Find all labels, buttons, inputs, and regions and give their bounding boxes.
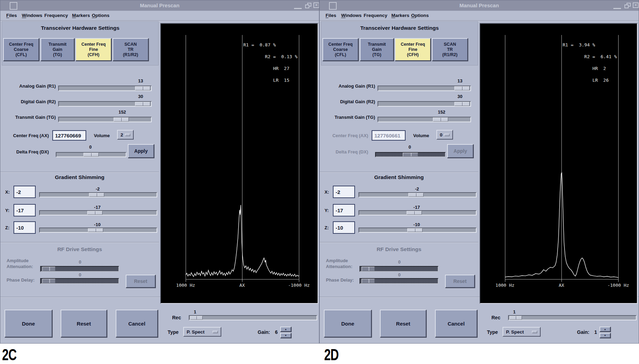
menu-windows[interactable]: Windows	[341, 13, 362, 18]
type-dropdown[interactable]: P. Spect	[183, 327, 221, 337]
center-freq-input[interactable]	[52, 130, 86, 141]
menu-windows[interactable]: Windows	[22, 13, 42, 18]
shim-x-slider[interactable]	[358, 192, 477, 197]
center-freq-coarse-button[interactable]: Center Freq Coarse (CFL)	[3, 38, 39, 61]
center-freq-fine-button[interactable]: Center Freq Fine (CFH)	[395, 38, 431, 61]
shim-z-slider-thumb[interactable]	[407, 228, 423, 232]
transmit-gain-button[interactable]: Transmit Gain (TG)	[41, 38, 74, 61]
btn-line: (R1/R2)	[442, 52, 458, 57]
menu-markers[interactable]: Markers	[391, 13, 409, 18]
cancel-button[interactable]: Cancel	[435, 310, 477, 337]
analog-gain-slider[interactable]	[378, 86, 471, 91]
shim-z-input[interactable]	[333, 221, 355, 234]
delta-freq-label: Delta Freq (DX)	[0, 149, 49, 154]
menu-options[interactable]: Options	[411, 13, 429, 18]
shim-y-slider-thumb[interactable]	[87, 211, 103, 215]
title-bar[interactable]: Manual Prescan ✕	[320, 0, 639, 11]
digital-gain-slider-thumb[interactable]	[135, 102, 150, 106]
transceiver-panel: Transceiver Hardware Settings Center Fre…	[2, 21, 159, 65]
delta-freq-slider-thumb[interactable]	[403, 153, 418, 157]
shim-z-input[interactable]	[14, 221, 36, 234]
volume-dropdown[interactable]: 2	[117, 130, 134, 140]
shim-z-slider[interactable]	[358, 228, 477, 233]
scan-tr-button[interactable]: SCAN TR (R1/R2)	[113, 38, 149, 61]
menu-frequency[interactable]: Frequency	[364, 13, 387, 18]
shim-y-slider-thumb[interactable]	[407, 211, 422, 215]
menu-frequency[interactable]: Frequency	[44, 13, 68, 18]
btn-line: Transmit	[368, 42, 386, 47]
delta-freq-slider[interactable]	[375, 152, 446, 157]
title-bar[interactable]: Manual Prescan ✕	[0, 0, 319, 11]
transmit-gain-label: Transmit Gain (TG)	[0, 115, 56, 120]
shim-z-slider-thumb[interactable]	[88, 228, 103, 232]
rec-slider[interactable]	[508, 315, 637, 320]
shim-y-input[interactable]	[14, 204, 36, 216]
transmit-gain-slider-thumb[interactable]	[433, 117, 448, 122]
transmit-gain-slider[interactable]	[58, 117, 152, 122]
maximize-icon[interactable]	[305, 3, 312, 9]
shim-y-slider[interactable]	[358, 210, 477, 215]
shim-y-slider[interactable]	[39, 210, 157, 215]
analog-gain-slider[interactable]	[58, 86, 152, 91]
scan-tr-button[interactable]: SCAN TR (R1/R2)	[432, 38, 468, 61]
digital-gain-slider-thumb[interactable]	[454, 102, 470, 106]
transmit-gain-slider[interactable]	[378, 117, 471, 122]
shim-y-input[interactable]	[333, 204, 355, 216]
btn-line: (CFH)	[88, 52, 99, 57]
center-freq-input[interactable]	[372, 130, 406, 141]
close-icon[interactable]: ✕	[313, 2, 319, 8]
close-icon[interactable]: ✕	[633, 2, 639, 8]
volume-dropdown[interactable]: 0	[436, 130, 453, 140]
shim-x-input[interactable]	[333, 186, 355, 198]
lr-readout: LR 15	[265, 78, 289, 83]
type-value: P. Spect	[187, 329, 205, 335]
shim-x-slider[interactable]	[39, 192, 157, 197]
shim-z-slider[interactable]	[39, 228, 157, 233]
gain-down-icon[interactable]: ▼	[600, 333, 611, 338]
apply-button[interactable]: Apply	[128, 144, 154, 158]
lr-readout: LR 26	[584, 78, 609, 83]
delta-freq-slider[interactable]	[56, 152, 126, 157]
cancel-button[interactable]: Cancel	[116, 310, 158, 337]
type-dropdown[interactable]: P. Spect	[503, 327, 541, 337]
minimize-icon[interactable]	[294, 7, 302, 9]
gain-up-icon[interactable]: ▲	[600, 327, 611, 332]
shim-x-input[interactable]	[14, 186, 36, 198]
done-button[interactable]: Done	[324, 310, 372, 337]
delta-freq-slider-thumb[interactable]	[83, 153, 99, 157]
window-menu-icon[interactable]	[329, 2, 337, 10]
digital-gain-slider[interactable]	[378, 101, 471, 107]
menu-markers[interactable]: Markers	[72, 13, 90, 18]
r1-readout: R1 = 0.87 %	[243, 42, 276, 47]
rec-slider[interactable]	[189, 315, 317, 320]
digital-gain-label: Digital Gain (R2)	[0, 99, 56, 104]
maximize-icon[interactable]	[624, 3, 631, 9]
analog-gain-slider-thumb[interactable]	[454, 86, 470, 90]
btn-line: SCAN	[444, 42, 456, 47]
volume-label: Volume	[94, 133, 110, 138]
shim-x-slider-thumb[interactable]	[408, 193, 424, 197]
type-label: Type	[168, 329, 179, 335]
minimize-icon[interactable]	[613, 7, 621, 9]
menu-options[interactable]: Options	[92, 13, 109, 18]
analog-gain-slider-thumb[interactable]	[135, 86, 150, 90]
apply-button[interactable]: Apply	[447, 144, 473, 158]
plot-tick	[561, 279, 562, 282]
menu-files[interactable]: Files	[6, 13, 17, 18]
gain-down-icon[interactable]: ▼	[280, 333, 291, 338]
shim-x-slider-thumb[interactable]	[89, 193, 104, 197]
transmit-gain-slider-thumb[interactable]	[114, 117, 129, 122]
rec-slider-thumb[interactable]	[509, 316, 522, 320]
gain-up-icon[interactable]: ▲	[280, 327, 291, 332]
window-menu-icon[interactable]	[10, 2, 17, 10]
digital-gain-value: 30	[458, 94, 462, 99]
reset-button[interactable]: Reset	[380, 310, 426, 337]
menu-files[interactable]: Files	[326, 13, 336, 18]
digital-gain-slider[interactable]	[58, 101, 152, 107]
rec-slider-thumb[interactable]	[190, 316, 203, 320]
transmit-gain-button[interactable]: Transmit Gain (TG)	[360, 38, 394, 61]
reset-button[interactable]: Reset	[61, 310, 107, 337]
done-button[interactable]: Done	[5, 310, 52, 337]
center-freq-coarse-button[interactable]: Center Freq Coarse (CFL)	[322, 38, 358, 61]
center-freq-fine-button[interactable]: Center Freq Fine (CFH)	[76, 38, 112, 61]
